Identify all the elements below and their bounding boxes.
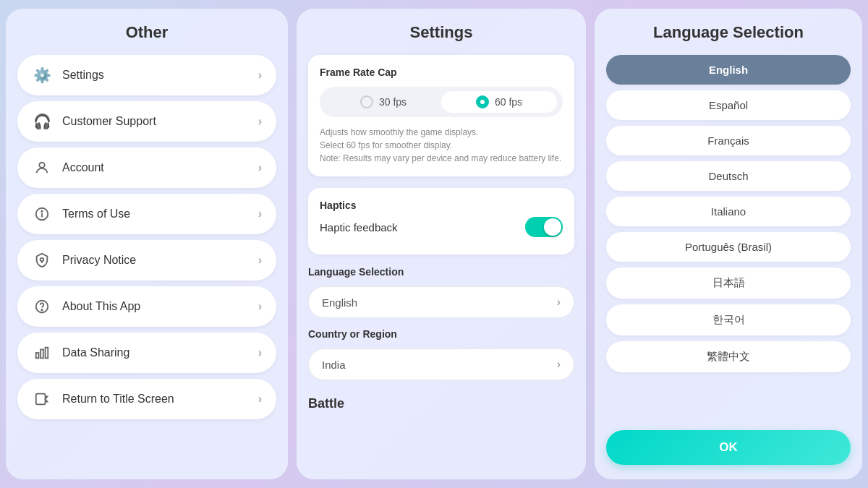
haptic-label: Haptic feedback [320,221,398,234]
country-chevron: › [557,358,561,371]
language-list: EnglishEspañolFrançaisDeutschItalianoPor… [606,55,851,372]
about-label: About This App [62,300,140,313]
menu-item-account[interactable]: Account › [17,147,276,188]
lang-item-de[interactable]: Deutsch [606,161,851,191]
svg-rect-10 [36,394,46,405]
fps-60-label: 60 fps [495,96,522,108]
language-value: English [322,296,357,309]
lang-item-ko[interactable]: 한국어 [606,304,851,335]
svg-rect-9 [46,348,48,359]
toggle-knob [544,218,561,236]
haptics-card: Haptics Haptic feedback [308,188,574,254]
data-sharing-label: Data Sharing [62,346,129,359]
svg-point-3 [41,211,42,212]
settings-label: Settings [62,69,104,82]
chevron-icon: › [258,300,262,313]
account-icon [32,158,52,178]
lang-item-ja[interactable]: 日本語 [606,267,851,299]
haptics-section-title: Haptics [320,200,563,211]
terms-label: Terms of Use [62,207,130,221]
haptic-toggle[interactable] [525,217,563,237]
language-selector[interactable]: English › [308,286,574,318]
menu-item-about[interactable]: About This App › [17,286,276,327]
ok-button[interactable]: OK [606,430,851,465]
chevron-icon: › [258,69,262,82]
fps-60-radio [476,95,489,108]
svg-rect-8 [41,349,43,358]
shield-icon [32,250,52,270]
battle-title: Battle [308,396,574,411]
svg-point-4 [41,258,44,262]
privacy-label: Privacy Notice [62,254,136,267]
country-value: India [322,359,346,371]
lang-item-en[interactable]: English [606,55,851,85]
lang-item-es[interactable]: Español [606,90,851,120]
fps-description: Adjusts how smoothly the game displays.S… [320,126,563,165]
haptic-feedback-row: Haptic feedback [320,217,563,237]
svg-point-6 [41,309,42,310]
menu-item-terms[interactable]: Terms of Use › [17,194,276,234]
menu-item-settings[interactable]: ⚙️ Settings › [17,55,276,95]
account-label: Account [62,161,104,174]
chevron-icon: › [258,254,262,267]
fps-30-option[interactable]: 30 fps [326,91,441,113]
language-selection-title: Language Selection [606,23,851,42]
middle-panel: Settings Frame Rate Cap 30 fps 60 fps Ad… [297,9,586,479]
country-selector[interactable]: India › [308,348,574,380]
lang-item-it[interactable]: Italiano [606,197,851,226]
fps-30-radio [360,95,373,108]
chevron-icon: › [258,115,262,128]
fps-selector[interactable]: 30 fps 60 fps [320,87,563,117]
chevron-icon: › [258,161,262,174]
question-icon [32,296,52,317]
chart-icon [32,343,52,363]
lang-item-fr[interactable]: Français [606,126,851,155]
chevron-icon: › [258,346,262,359]
menu-list: ⚙️ Settings › 🎧 Customer Support › Acco [17,55,276,419]
menu-item-data-sharing[interactable]: Data Sharing › [17,333,276,373]
svg-rect-7 [36,353,39,358]
settings-icon: ⚙️ [32,65,52,85]
menu-item-privacy[interactable]: Privacy Notice › [17,240,276,281]
lang-item-pt[interactable]: Português (Brasil) [606,232,851,262]
return-label: Return to Title Screen [62,393,174,406]
fps-60-option[interactable]: 60 fps [441,91,557,113]
menu-item-customer-support[interactable]: 🎧 Customer Support › [17,101,276,142]
country-section: Country or Region India › [308,328,574,380]
frame-rate-card: Frame Rate Cap 30 fps 60 fps Adjusts how… [308,55,574,176]
language-section: Language Selection English › [308,266,574,318]
headphone-icon: 🎧 [32,111,52,132]
lang-item-zh[interactable]: 繁體中文 [606,341,851,372]
customer-support-label: Customer Support [62,115,156,128]
settings-title: Settings [308,23,574,42]
frame-rate-title: Frame Rate Cap [320,67,563,78]
language-chevron: › [557,296,561,309]
svg-point-0 [39,163,44,168]
left-panel-title: Other [17,23,276,42]
return-icon [32,389,52,409]
left-panel: Other ⚙️ Settings › 🎧 Customer Support › [6,9,288,479]
chevron-icon: › [258,393,262,406]
chevron-icon: › [258,207,262,221]
menu-item-return[interactable]: Return to Title Screen › [17,379,276,419]
right-panel: Language Selection EnglishEspañolFrançai… [595,9,862,479]
country-section-title: Country or Region [308,328,574,340]
info-icon [32,204,52,224]
language-section-title: Language Selection [308,266,574,278]
fps-30-label: 30 fps [379,96,407,108]
